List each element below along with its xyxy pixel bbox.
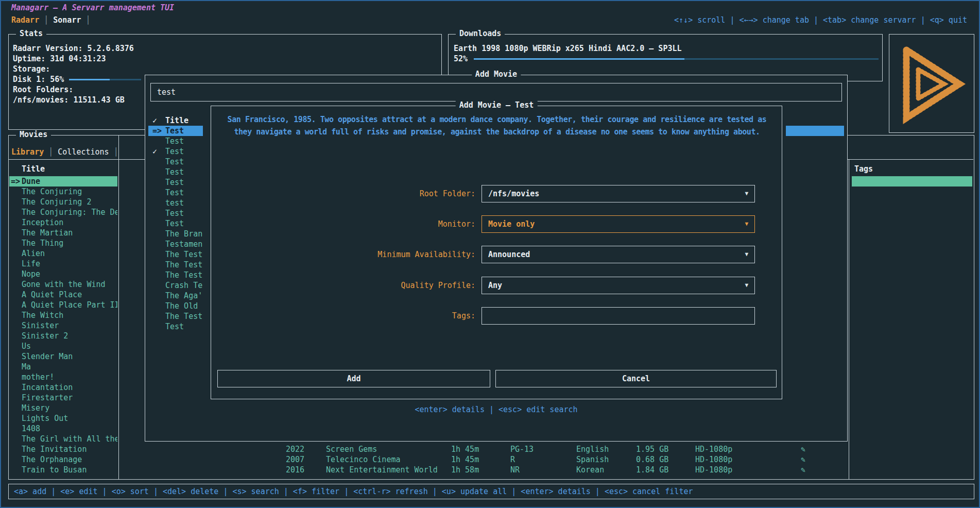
search-result-row[interactable]: The Aga' bbox=[148, 291, 203, 301]
tab-collections[interactable]: Collections bbox=[58, 147, 109, 157]
search-result-row[interactable]: ✓Test bbox=[148, 146, 203, 157]
movie-row[interactable]: Misery bbox=[9, 403, 117, 413]
result-title: Test bbox=[165, 147, 184, 156]
result-row-highlight-fragment bbox=[786, 126, 844, 136]
monitor-select[interactable]: Movie only▼ bbox=[482, 215, 755, 233]
search-result-row[interactable]: Testamen bbox=[148, 239, 203, 249]
search-result-row[interactable]: The Bran bbox=[148, 229, 203, 239]
movie-row[interactable]: Sinister bbox=[9, 320, 117, 331]
cell-year: 2022 bbox=[286, 444, 304, 454]
managarr-logo bbox=[893, 43, 971, 125]
chevron-down-icon: ▼ bbox=[745, 282, 748, 289]
movie-row[interactable]: Train to Busan bbox=[9, 465, 117, 475]
movie-row[interactable]: Ma bbox=[9, 362, 117, 372]
movie-row[interactable]: Lights Out bbox=[9, 413, 117, 424]
movie-row[interactable]: A Quiet Place bbox=[9, 290, 117, 300]
search-result-row[interactable]: Test bbox=[148, 208, 203, 218]
result-title: The Test bbox=[165, 250, 202, 259]
search-result-row[interactable]: The Test bbox=[148, 260, 203, 270]
movie-row[interactable]: The Martian bbox=[9, 228, 117, 238]
field-label: Quality Profile: bbox=[211, 280, 475, 291]
tab-divider: │ bbox=[44, 15, 53, 25]
movie-row[interactable]: The Conjuring bbox=[9, 187, 117, 197]
result-title: Test bbox=[165, 209, 184, 218]
movie-row[interactable]: Us bbox=[9, 341, 117, 351]
tab-library[interactable]: Library bbox=[11, 147, 44, 157]
movie-title: Life bbox=[22, 259, 40, 268]
movie-title: 1408 bbox=[22, 424, 40, 433]
field-label: Root Folder: bbox=[211, 189, 475, 199]
movie-row[interactable]: The Witch bbox=[9, 310, 117, 320]
movie-title: The Witch bbox=[22, 311, 63, 320]
search-result-row[interactable]: The Test bbox=[148, 270, 203, 280]
movie-row[interactable]: 1408 bbox=[9, 424, 117, 434]
movie-row[interactable]: Nope bbox=[9, 269, 117, 279]
movie-row[interactable]: Firestarter bbox=[9, 393, 117, 403]
selected-row-tags-cell bbox=[852, 176, 972, 187]
result-title: Test bbox=[165, 219, 184, 228]
search-result-row[interactable]: The Test bbox=[148, 311, 203, 321]
selection-arrow-icon: => bbox=[11, 176, 21, 187]
movie-row[interactable]: The Thing bbox=[9, 238, 117, 248]
movie-row[interactable]: Inception bbox=[9, 217, 117, 228]
movie-row[interactable]: Slender Man bbox=[9, 351, 117, 362]
cell-studio: Screen Gems bbox=[326, 444, 377, 454]
cell-size: 1.95 GB bbox=[636, 444, 668, 454]
stat-uptime: Uptime: 31d 04:31:23 bbox=[13, 54, 141, 64]
cancel-button[interactable]: Cancel bbox=[495, 370, 777, 387]
movie-title: The Thing bbox=[22, 239, 63, 248]
result-title: The Test bbox=[165, 312, 202, 321]
stats-panel-title: Stats bbox=[16, 29, 46, 38]
movie-row[interactable]: Gone with the Wind bbox=[9, 279, 117, 290]
in-library-check-icon: ✓ bbox=[152, 115, 164, 126]
tags-input[interactable] bbox=[482, 307, 755, 325]
cell-runtime: 1h 45m bbox=[451, 444, 479, 454]
movie-row[interactable]: Alien bbox=[9, 248, 117, 259]
edit-icon: ✎ bbox=[801, 444, 805, 454]
movie-row[interactable]: Life bbox=[9, 259, 117, 269]
movie-row[interactable]: The Invitation bbox=[9, 444, 117, 454]
minimum-availability-select[interactable]: Announced▼ bbox=[482, 246, 755, 263]
movie-title: The Conjuring: The De bbox=[22, 208, 117, 217]
movie-title: Train to Busan bbox=[22, 465, 87, 475]
movie-row[interactable]: mother! bbox=[9, 372, 117, 382]
movie-row[interactable]: Sinister 2 bbox=[9, 331, 117, 341]
root-folder-select[interactable]: /nfs/movies▼ bbox=[482, 185, 755, 202]
search-result-row[interactable]: test bbox=[148, 198, 203, 208]
movie-title: The Orphanage bbox=[22, 455, 82, 464]
search-result-row[interactable]: Test bbox=[148, 167, 203, 177]
search-result-row[interactable]: Test bbox=[148, 321, 203, 332]
search-result-row[interactable]: Test bbox=[148, 218, 203, 229]
movie-row[interactable]: Incantation bbox=[9, 382, 117, 393]
search-result-row[interactable]: Test bbox=[148, 177, 203, 188]
result-title: Testamen bbox=[165, 240, 202, 249]
movie-row[interactable]: The Orphanage bbox=[9, 454, 117, 465]
add-movie-popup-title: Add Movie bbox=[472, 70, 521, 79]
movie-title: The Girl with All the bbox=[22, 434, 117, 444]
cell-year: 2007 bbox=[286, 454, 304, 465]
field-value: /nfs/movies bbox=[488, 185, 539, 202]
quality-profile-select[interactable]: Any▼ bbox=[482, 277, 755, 294]
search-result-row[interactable]: Test bbox=[148, 136, 203, 146]
search-result-row[interactable]: The Test bbox=[148, 249, 203, 260]
add-button[interactable]: Add bbox=[217, 370, 490, 387]
search-result-row[interactable]: The Old bbox=[148, 301, 203, 311]
search-input[interactable] bbox=[157, 83, 832, 101]
tab-sonarr[interactable]: Sonarr bbox=[53, 15, 81, 25]
search-result-row[interactable]: Test bbox=[148, 157, 203, 167]
search-result-row[interactable]: Crash Te bbox=[148, 280, 203, 291]
movie-title: Sinister 2 bbox=[22, 331, 68, 341]
tab-radarr[interactable]: Radarr bbox=[11, 15, 39, 25]
field-label: Tags: bbox=[211, 311, 475, 321]
cell-rating: R bbox=[510, 454, 515, 465]
movie-row[interactable]: The Conjuring 2 bbox=[9, 197, 117, 207]
search-result-row[interactable]: Test bbox=[148, 188, 203, 198]
movie-row[interactable]: A Quiet Place Part II bbox=[9, 300, 117, 310]
movie-row[interactable]: The Girl with All the bbox=[9, 434, 117, 444]
movie-row[interactable]: =>Dune bbox=[9, 176, 117, 187]
cell-quality: HD-1080p bbox=[695, 444, 732, 454]
cell-year: 2016 bbox=[286, 465, 304, 475]
search-result-row[interactable]: =>Test bbox=[148, 126, 203, 136]
cell-rating: PG-13 bbox=[510, 444, 534, 454]
movie-row[interactable]: The Conjuring: The De bbox=[9, 207, 117, 217]
